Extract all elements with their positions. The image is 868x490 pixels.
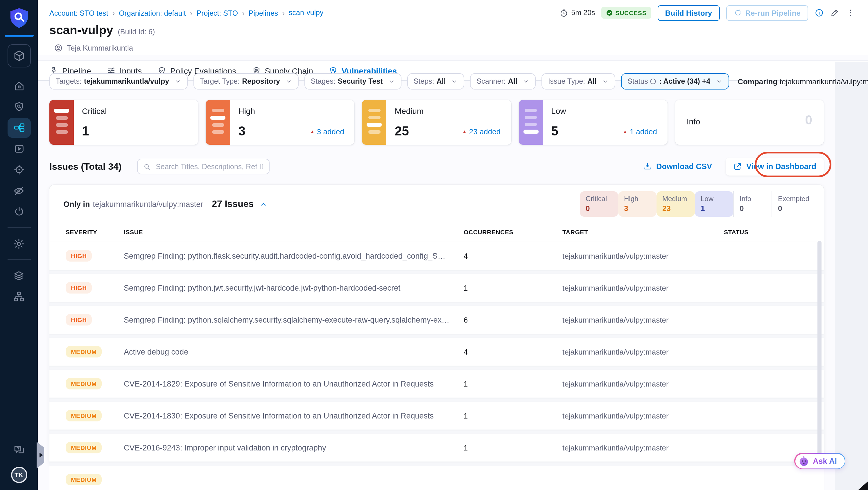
chevron-down-icon [388,78,395,85]
ask-ai-button[interactable]: Ask AI [795,453,845,469]
sidebar-item-settings[interactable] [7,234,31,253]
chip-value: 23 [662,204,695,213]
occurrences-value: 1 [464,283,562,292]
severity-badge: HIGH [66,250,92,262]
triangle-up-icon: ▲ [462,129,467,134]
more-options-button[interactable] [846,8,855,18]
chip-label: High [624,195,656,203]
breadcrumb: Account: STO test Organization: default … [50,8,323,17]
filter-steps[interactable]: Steps:All [407,73,465,90]
top-header: Account: STO test Organization: default … [38,0,868,55]
severity-count-chip[interactable]: Critical 0 [580,191,618,217]
col-issue: ISSUE [124,228,464,236]
table-row[interactable]: HIGH Semgrep Finding: python.flask.secur… [50,242,824,270]
edit-pipeline-button[interactable] [830,8,840,18]
severity-card-critical[interactable]: Critical 1 ▲ [50,100,198,145]
table-row[interactable]: MEDIUM CVE-2016-9243: Improper input val… [50,434,824,461]
sidebar-bottom: TK [11,443,27,490]
severity-count-chip[interactable]: Exempted 0 [772,191,810,217]
sidebar-item-default-settings[interactable] [7,266,31,285]
severity-card-medium[interactable]: Medium 25 ▲23 added [362,100,511,145]
help-chat-button[interactable] [12,443,25,456]
severity-count-chip[interactable]: High 3 [618,191,656,217]
sidebar-item-home[interactable] [7,76,31,96]
table-row[interactable]: HIGH Semgrep Finding: python.sqlalchemy.… [50,306,824,334]
pencil-icon [830,8,840,18]
severity-badge: MEDIUM [66,410,102,421]
sto-shield-logo-icon[interactable] [9,7,29,29]
table-row[interactable]: MEDIUM Active debug code 4 tejakummariku… [50,338,824,366]
collapse-group-button[interactable] [259,200,268,208]
sidebar-item-targets[interactable] [7,160,31,180]
org-chart-icon [13,290,25,303]
filter-status[interactable]: Status : Active (34) +4 [621,73,729,90]
sidebar-item-overview[interactable] [7,97,31,117]
chevron-up-icon [259,200,268,208]
severity-badge: HIGH [66,282,92,294]
added-delta: ▲23 added [462,127,500,136]
filter-target-type[interactable]: Target Type:Repository [193,73,299,90]
issues-search[interactable] [137,159,270,174]
severity-card-low[interactable]: Low 5 ▲1 added [519,100,667,145]
target-value: tejakummarikuntla/vulpy:master [562,411,724,420]
eye-off-icon [13,185,25,197]
main-area: Account: STO test Organization: default … [38,0,868,490]
card-label: High [238,106,255,116]
issues-group-header: Only in tejakummarikuntla/vulpy:master 2… [50,185,824,222]
breadcrumb-current[interactable]: scan-vulpy [289,9,323,17]
home-icon [13,80,25,92]
search-input[interactable] [155,162,264,171]
issues-table-header: SEVERITY ISSUE OCCURRENCES TARGET STATUS [50,222,824,242]
chip-label: Low [701,195,733,203]
build-history-button[interactable]: Build History [657,5,719,21]
card-count: 1 [82,124,89,139]
card-label: Info [687,117,701,126]
content-column: Targets:tejakummarikuntla/vulpy Target T… [38,62,835,490]
chip-label: Critical [586,195,618,203]
chip-value: 1 [701,204,733,213]
severity-badge: HIGH [66,314,92,326]
chip-label: Info [740,195,772,203]
sidebar-item-getting-started[interactable] [7,202,31,221]
breadcrumb-organization[interactable]: Organization: default [119,8,196,17]
sidebar-item-pipelines[interactable] [7,118,31,138]
severity-count-chip[interactable]: Info 0 [733,191,772,217]
severity-count-chip[interactable]: Medium 23 [656,191,695,217]
severity-bar-icon [50,100,74,145]
rerun-pipeline-button[interactable]: Re-run Pipeline [726,5,808,21]
target-value: tejakummarikuntla/vulpy:master [562,443,724,452]
severity-card-high[interactable]: High 3 ▲3 added [206,100,354,145]
download-csv-button[interactable]: Download CSV [644,162,712,171]
breadcrumb-project[interactable]: Project: STO [197,8,249,17]
table-row[interactable]: MEDIUM CVE-2014-1829: Exposure of Sensit… [50,370,824,398]
filter-issue-type[interactable]: Issue Type:All [542,73,615,90]
table-row[interactable]: MEDIUM CVE-2014-1830: Exposure of Sensit… [50,402,824,430]
user-avatar[interactable]: TK [11,467,27,483]
severity-bar-icon [206,100,230,145]
table-scrollbar-thumb[interactable] [817,241,822,460]
module-selector-button[interactable] [7,44,31,67]
severity-card-info[interactable]: Info 0 [675,100,824,145]
card-count: 0 [805,113,812,128]
filter-targets[interactable]: Targets:tejakummarikuntla/vulpy [50,73,188,90]
filter-scanner[interactable]: Scanner:All [470,73,536,90]
breadcrumb-pipelines[interactable]: Pipelines [249,8,289,17]
breadcrumb-account[interactable]: Account: STO test [50,8,119,17]
triangle-up-icon: ▲ [310,129,315,134]
filter-stages[interactable]: Stages:Security Test [304,73,401,90]
sidebar-item-executions[interactable] [7,139,31,159]
info-button[interactable] [814,8,824,18]
view-in-dashboard-button[interactable]: View in Dashboard [726,157,824,176]
target-icon [13,164,25,176]
card-label: Critical [82,106,107,116]
sidebar-item-org-structure[interactable] [7,286,31,306]
info-icon [814,8,824,18]
table-row[interactable]: MEDIUM [50,466,824,490]
table-row[interactable]: HIGH Semgrep Finding: python.jwt.securit… [50,274,824,302]
refresh-icon [734,9,742,17]
check-circle-icon [606,9,613,16]
severity-count-chip[interactable]: Low 1 [695,191,733,217]
pipeline-nodes-icon [13,122,25,134]
sidebar-item-exemptions[interactable] [7,181,31,201]
left-sidebar: TK [0,0,38,490]
